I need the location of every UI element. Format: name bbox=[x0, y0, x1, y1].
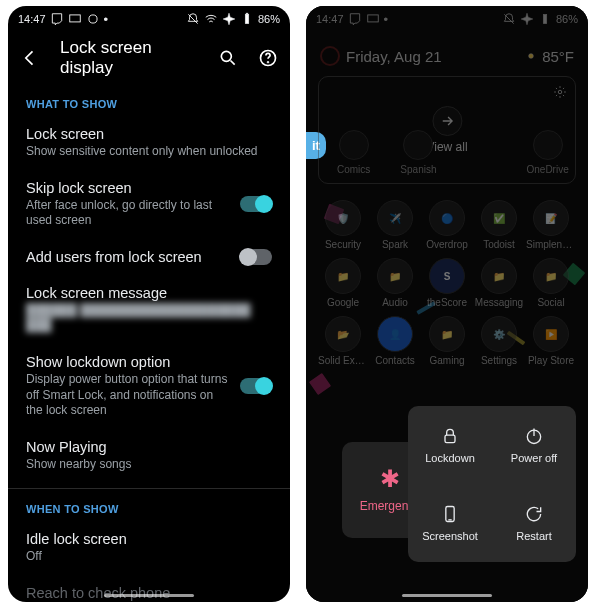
svg-rect-14 bbox=[445, 435, 455, 443]
power-menu: Lockdown Power off Screenshot Restart bbox=[408, 406, 576, 562]
app-thescore[interactable]: StheScore bbox=[422, 258, 472, 308]
toggle-show-lockdown[interactable] bbox=[240, 378, 272, 394]
svg-point-1 bbox=[88, 15, 96, 23]
item-skip-lock-screen[interactable]: Skip lock screen After face unlock, go d… bbox=[8, 170, 290, 239]
app-row: 📂Solid Exp... 👤Contacts 📁Gaming ⚙️Settin… bbox=[314, 312, 580, 370]
item-label: Idle lock screen bbox=[26, 531, 272, 547]
gesture-nav-hint bbox=[104, 594, 194, 597]
item-reach-to-check: Reach to check phone On bbox=[8, 575, 290, 602]
airplane-icon bbox=[520, 12, 534, 26]
swirl-icon bbox=[320, 46, 340, 66]
airplane-icon bbox=[222, 12, 236, 26]
glance-row: Friday, Aug 21 85°F bbox=[306, 28, 588, 74]
app-simplenote[interactable]: 📝Simpleno... bbox=[526, 200, 576, 250]
section-what-to-show: WHAT TO SHOW bbox=[8, 84, 290, 116]
svg-rect-9 bbox=[367, 15, 378, 22]
app-messaging-folder[interactable]: 📁Messaging bbox=[474, 258, 524, 308]
battery-icon bbox=[538, 12, 552, 26]
cart-icon bbox=[86, 12, 100, 26]
power-lockdown[interactable]: Lockdown bbox=[408, 406, 492, 484]
item-label: Show lockdown option bbox=[26, 354, 230, 370]
app-todoist[interactable]: ✅Todoist bbox=[474, 200, 524, 250]
screenshot-icon bbox=[440, 504, 460, 524]
section-when-to-show: WHEN TO SHOW bbox=[8, 489, 290, 521]
widget-bottom-row: Comics Spanish . OneDrive bbox=[337, 130, 569, 175]
twitch-icon bbox=[50, 12, 64, 26]
app-gaming-folder[interactable]: 📁Gaming bbox=[422, 316, 472, 366]
glance-temp: 85°F bbox=[542, 48, 574, 65]
power-label: Screenshot bbox=[422, 530, 478, 542]
power-restart[interactable]: Restart bbox=[492, 484, 576, 562]
item-now-playing[interactable]: Now Playing Show nearby songs bbox=[8, 429, 290, 483]
item-lock-screen-message[interactable]: Lock screen message ██████ █████████████… bbox=[8, 275, 290, 344]
help-icon[interactable] bbox=[258, 48, 278, 68]
status-bar: 14:47 • 86% bbox=[306, 6, 588, 28]
gesture-nav-hint bbox=[402, 594, 492, 597]
app-grid: 🛡️Security ✈️Spark 🔵Overdrop ✅Todoist 📝S… bbox=[306, 194, 588, 372]
app-row: 🛡️Security ✈️Spark 🔵Overdrop ✅Todoist 📝S… bbox=[314, 196, 580, 254]
item-label: Reach to check phone bbox=[26, 585, 272, 601]
app-security[interactable]: 🛡️Security bbox=[318, 200, 368, 250]
app-overdrop[interactable]: 🔵Overdrop bbox=[422, 200, 472, 250]
item-sub: Show sensitive content only when unlocke… bbox=[26, 144, 272, 160]
svg-point-13 bbox=[558, 90, 562, 94]
power-menu-screen: 14:47 • 86% it Friday, Aug 21 85°F bbox=[306, 6, 588, 602]
item-lock-screen[interactable]: Lock screen Show sensitive content only … bbox=[8, 116, 290, 170]
status-time: 14:47 bbox=[18, 13, 46, 25]
status-more: • bbox=[384, 12, 389, 27]
status-time: 14:47 bbox=[316, 13, 344, 25]
toggle-skip-lock-screen[interactable] bbox=[240, 196, 272, 212]
power-label: Restart bbox=[516, 530, 551, 542]
app-spark[interactable]: ✈️Spark bbox=[370, 200, 420, 250]
svg-rect-0 bbox=[69, 15, 80, 22]
svg-point-8 bbox=[267, 61, 269, 63]
app-contacts[interactable]: 👤Contacts bbox=[370, 316, 420, 366]
power-off[interactable]: Power off bbox=[492, 406, 576, 484]
svg-point-12 bbox=[529, 54, 534, 59]
power-screenshot[interactable]: Screenshot bbox=[408, 484, 492, 562]
item-show-lockdown[interactable]: Show lockdown option Display power butto… bbox=[8, 344, 290, 429]
item-label: Lock screen message bbox=[26, 285, 272, 301]
app-google-folder[interactable]: 📁Google bbox=[318, 258, 368, 308]
svg-rect-4 bbox=[246, 13, 248, 14]
cast-icon bbox=[68, 12, 82, 26]
app-play-store[interactable]: ▶️Play Store bbox=[526, 316, 576, 366]
restart-icon bbox=[524, 504, 544, 524]
item-idle-lock-screen[interactable]: Idle lock screen Off bbox=[8, 521, 290, 575]
twitch-icon bbox=[348, 12, 362, 26]
battery-icon bbox=[240, 12, 254, 26]
search-icon[interactable] bbox=[218, 48, 238, 68]
app-audio-folder[interactable]: 📁Audio bbox=[370, 258, 420, 308]
status-battery-pct: 86% bbox=[258, 13, 280, 25]
status-bar: 14:47 • 86% bbox=[8, 6, 290, 28]
sun-icon bbox=[524, 49, 538, 63]
gear-icon[interactable] bbox=[553, 85, 567, 99]
toggle-add-users[interactable] bbox=[240, 249, 272, 265]
power-icon bbox=[524, 426, 544, 446]
emergency-icon: ✱ bbox=[380, 467, 400, 491]
item-add-users[interactable]: Add users from lock screen bbox=[8, 239, 290, 275]
app-social-folder[interactable]: 📁Social bbox=[526, 258, 576, 308]
item-label: Lock screen bbox=[26, 126, 272, 142]
page-title: Lock screen display bbox=[60, 38, 198, 78]
back-icon[interactable] bbox=[20, 48, 40, 68]
power-label: Power off bbox=[511, 452, 557, 464]
wifi-icon bbox=[204, 12, 218, 26]
status-battery-pct: 86% bbox=[556, 13, 578, 25]
item-label: Skip lock screen bbox=[26, 180, 230, 196]
app-bar: Lock screen display bbox=[8, 28, 290, 84]
dnd-off-icon bbox=[186, 12, 200, 26]
status-more: • bbox=[104, 12, 109, 27]
svg-rect-11 bbox=[543, 14, 547, 23]
item-label: Add users from lock screen bbox=[26, 249, 230, 265]
app-settings[interactable]: ⚙️Settings bbox=[474, 316, 524, 366]
cast-icon bbox=[366, 12, 380, 26]
svg-rect-3 bbox=[245, 14, 249, 23]
app-solid-explorer[interactable]: 📂Solid Exp... bbox=[318, 316, 368, 366]
power-label: Lockdown bbox=[425, 452, 475, 464]
item-label: Now Playing bbox=[26, 439, 272, 455]
app-row: 📁Google 📁Audio StheScore 📁Messaging 📁Soc… bbox=[314, 254, 580, 312]
item-sub: ██████ ████████████████████ ███ bbox=[26, 303, 272, 334]
item-sub: Show nearby songs bbox=[26, 457, 272, 473]
item-sub: After face unlock, go directly to last u… bbox=[26, 198, 230, 229]
